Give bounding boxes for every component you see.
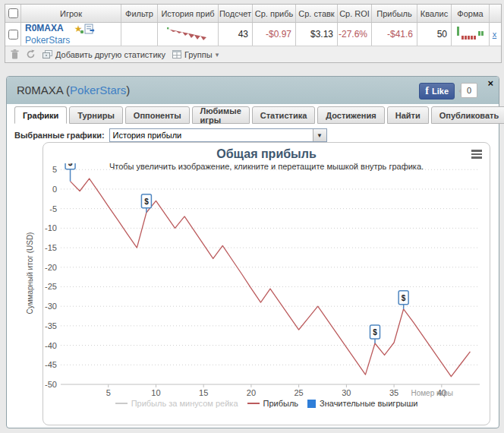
legend-label: Прибыль [263,399,299,408]
y-tick-label: -5 [49,204,57,213]
column-header-filter[interactable]: Фильтр [121,5,158,22]
chart-plot-area[interactable]: 50-5-10-15-20-25-30-35-40-45-50510152025… [43,143,490,425]
x-tick-label: 30 [342,388,351,397]
column-header-profit[interactable]: Прибыль [372,5,417,22]
column-header-avg-roi[interactable]: Ср. ROI [338,5,372,22]
column-header-ability[interactable]: Квалис [417,5,452,22]
tab-Опубликовать[interactable]: Опубликовать [431,106,504,124]
x-tick-label: 15 [199,388,208,397]
x-tick-label: 20 [247,388,256,397]
graph-select[interactable]: История прибыли ▼ [109,128,327,142]
refresh-icon[interactable] [26,49,36,59]
player-panel: R0MAXA (PokerStars) f Like 0 × ГрафикиТу… [6,76,499,428]
player-table: Игрок Фильтр История приб Подсчет Ср. пр… [5,4,502,63]
x-axis-title: Номер игры [411,389,453,397]
row-checkbox[interactable] [8,30,18,40]
profit-value: -$41.6 [372,23,417,46]
remove-row-cell: x [490,23,499,46]
significant-win-marker-label: $ [373,328,377,337]
graph-select-value: История прибыли [110,131,182,140]
legend-item[interactable]: Прибыль за минусом рейка [115,399,238,408]
y-tick-label: 0 [52,185,57,194]
trash-icon[interactable] [11,49,19,59]
ability-value: 50 [417,23,452,46]
tab-Графики[interactable]: Графики [14,106,67,124]
column-header-avg-stake[interactable]: Ср. ставк [296,5,338,22]
x-tick-label: 5 [106,388,111,397]
legend-label: Прибыль за минусом рейка [131,399,238,408]
tab-Турниры[interactable]: Турниры [69,106,123,124]
close-panel-button[interactable]: × [487,78,493,88]
groups-dropdown[interactable]: Группы ▾ [172,50,219,59]
panel-title: R0MAXA (PokerStars) [17,84,130,96]
player-cell: R0MAXA ★ PokerStars [21,23,121,46]
add-statistic-icon [43,50,52,59]
remove-row-link[interactable]: x [493,30,497,39]
y-tick-label: -20 [45,263,57,272]
y-tick-label: -10 [45,223,57,232]
table-toolbar: Добавить другую статистику Группы ▾ [5,46,501,62]
y-tick-label: -35 [45,321,57,330]
y-axis-title: Суммарный итог (USD) [26,209,36,338]
tab-Статистика[interactable]: Статистика [252,106,316,124]
legend-item[interactable]: Значительные выигрыши [307,399,417,408]
player-name-link[interactable]: R0MAXA [25,24,64,33]
chart-legend: Прибыль за минусом рейкаПрибыльЗначитель… [43,399,490,408]
y-tick-label: -40 [45,341,57,350]
y-tick-label: -25 [45,282,57,291]
select-all-checkbox[interactable] [8,8,18,18]
avg-stake-value: $3.13 [296,23,338,46]
award-star-icon: ★ [74,25,83,33]
tab-Любимые игры[interactable]: Любимые игры [192,106,250,124]
tab-Найти[interactable]: Найти [387,106,429,124]
groups-icon [172,50,181,58]
filter-cell[interactable] [121,23,158,46]
column-header-spacer [490,5,499,22]
facebook-like-button[interactable]: f Like [419,83,455,100]
form-chart [452,23,490,46]
y-tick-label: -50 [45,380,57,389]
profit-history-sparkline[interactable] [158,23,219,46]
x-tick-label: 35 [389,388,398,397]
legend-line-swatch [115,403,128,404]
like-count-badge: 0 [461,83,477,98]
sparkline-svg [165,26,211,43]
chart-container: Общая прибыль Чтобы увеличить изображени… [43,142,490,425]
x-tick-label: 10 [151,388,160,397]
y-tick-label: -30 [45,302,57,311]
x-tick-label: 25 [295,388,304,397]
table-header-row: Игрок Фильтр История приб Подсчет Ср. пр… [5,5,501,23]
column-header-player[interactable]: Игрок [21,5,121,22]
significant-win-marker-label: $ [402,294,406,302]
form-bars-svg [455,27,486,42]
legend-square-swatch [307,400,316,408]
facebook-icon: f [425,85,429,97]
column-header-count[interactable]: Подсчет [219,5,253,22]
y-tick-label: -45 [45,360,57,369]
column-header-profit-history[interactable]: История приб [158,5,219,22]
graph-selector-row: Выбранные графики: История прибыли ▼ [14,128,499,142]
graph-selector-label: Выбранные графики: [14,131,105,140]
column-header-form[interactable]: Форма [452,5,490,22]
y-tick-label: -15 [45,243,57,252]
avg-roi-value: -27.6% [338,23,372,46]
legend-item[interactable]: Прибыль [247,399,299,408]
legend-line-swatch [247,403,260,404]
export-note-icon[interactable] [84,24,96,34]
legend-label: Значительные выигрыши [320,399,417,408]
add-statistic-button[interactable]: Добавить другую статистику [43,50,165,59]
significant-win-marker-label: $ [144,198,149,206]
row-select-cell [5,23,21,46]
panel-tabs: ГрафикиТурнирыОппонентыЛюбимые игрыСтати… [14,106,499,124]
select-arrow-icon[interactable]: ▼ [313,129,326,141]
chart-menu-icon[interactable] [471,150,482,160]
column-header-avg-profit[interactable]: Ср. прибь [253,5,296,22]
tab-Достижения[interactable]: Достижения [317,106,384,124]
select-all-cell [5,5,21,22]
groups-caret-icon: ▾ [216,51,219,58]
chart-title: Общая прибыль [43,147,490,161]
chart-subtitle: Чтобы увеличить изображение, кликните и … [43,162,490,171]
tab-Оппоненты[interactable]: Оппоненты [125,106,190,124]
site-link[interactable]: PokerStars [25,35,70,46]
panel-title-site: PokerStars [70,84,126,96]
